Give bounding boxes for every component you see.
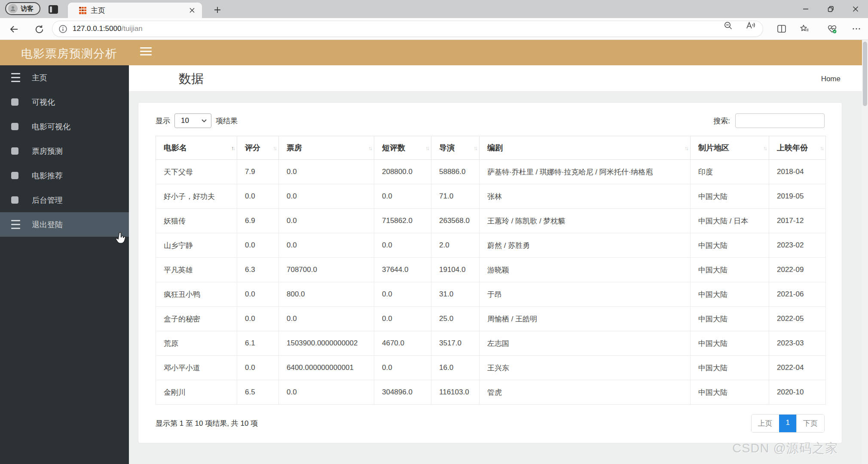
browser-tab[interactable]: 主页	[68, 3, 202, 18]
table-cell: 游晓颖	[480, 258, 691, 282]
table-cell: 2017-12	[769, 209, 826, 233]
table-row: 好小子，好功夫0.00.00.071.0张林中国大陆2019-05	[156, 184, 826, 209]
sidebar-menu: 主页可视化电影可视化票房预测电影推荐后台管理退出登陆	[0, 65, 129, 237]
prev-page-button[interactable]: 上页	[752, 415, 779, 432]
sidebar-item-6[interactable]: 后台管理	[0, 188, 129, 212]
table-cell: 王蕙玲 / 陈凯歌 / 梦枕貘	[480, 209, 691, 233]
table-cell: 19104.0	[431, 258, 480, 282]
browser-essentials-icon[interactable]	[826, 23, 837, 34]
table-cell: 2023-02	[769, 233, 826, 258]
sidebar-item-label: 可视化	[32, 97, 55, 107]
table-cell: 0.0	[279, 184, 374, 209]
url-text[interactable]: 127.0.0.1:5000/tuijian	[73, 24, 143, 33]
sidebar-item-1[interactable]: 主页	[0, 65, 129, 90]
column-header[interactable]: 票房↑↓	[279, 136, 374, 160]
page-1-button[interactable]: 1	[779, 415, 796, 432]
table-cell: 盒子的秘密	[156, 307, 237, 331]
page-size-value: 10	[181, 116, 189, 125]
brand-title: 电影票房预测分析	[21, 46, 117, 61]
hand-cursor	[115, 232, 126, 245]
sidebar-item-4[interactable]: 票房预测	[0, 139, 129, 163]
address-bar[interactable]: 127.0.0.1:5000/tuijian	[52, 21, 763, 37]
sidebar-item-3[interactable]: 电影可视化	[0, 114, 129, 139]
zoom-out-icon[interactable]	[723, 21, 734, 31]
table-cell: 2018-04	[769, 160, 826, 184]
table-cell: 37644.0	[374, 258, 431, 282]
workspaces-icon[interactable]	[48, 4, 59, 15]
sort-icon: ↑↓	[685, 145, 688, 151]
table-row: 天下父母7.90.0208800.058886.0萨基特·乔杜里 / 琪娜特·拉…	[156, 160, 826, 184]
page-title: 数据	[179, 70, 204, 88]
table-cell: 16.0	[431, 356, 480, 380]
results-label: 项结果	[216, 116, 238, 126]
table-row: 荒原6.11503900.00000000024670.03517.0左志国中国…	[156, 331, 826, 356]
table-cell: 0.0	[374, 233, 431, 258]
sidebar-item-5[interactable]: 电影推荐	[0, 163, 129, 188]
square-icon	[11, 172, 24, 179]
sidebar-item-2[interactable]: 可视化	[0, 90, 129, 114]
square-icon	[11, 196, 24, 204]
table-cell: 304896.0	[374, 380, 431, 405]
table-cell: 2022-04	[769, 356, 826, 380]
column-header[interactable]: 短评数↑↓	[374, 136, 431, 160]
page-viewport: 电影票房预测分析 主页可视化电影可视化票房预测电影推荐后台管理退出登陆 数据 H…	[0, 40, 862, 464]
tab-close-icon[interactable]	[187, 6, 197, 15]
more-menu-icon[interactable]	[851, 23, 862, 34]
sidebar-toggle-icon[interactable]	[140, 45, 152, 58]
column-header[interactable]: 上映年份↑↓	[769, 136, 826, 160]
table-cell: 左志国	[480, 331, 691, 356]
favorites-icon[interactable]	[799, 23, 810, 34]
table-cell: 7.9	[237, 160, 279, 184]
table-cell: 平凡英雄	[156, 258, 237, 282]
close-icon[interactable]	[843, 0, 868, 18]
site-info-icon[interactable]	[58, 24, 67, 34]
table-cell: 715862.0	[374, 209, 431, 233]
sidebar-item-label: 后台管理	[32, 195, 63, 205]
browser-window: 访客 主页	[0, 0, 868, 464]
data-card: 显示 10 项结果 搜索: 电影名↑↓评分↑↓票房↑↓短评数↑↓导演↑↓编剧↑↓…	[138, 102, 842, 443]
table-cell: 0.0	[237, 282, 279, 307]
minimize-icon[interactable]	[793, 0, 818, 18]
table-cell: 印度	[691, 160, 769, 184]
search-input[interactable]	[735, 113, 825, 128]
read-aloud-icon[interactable]	[746, 21, 756, 31]
column-header[interactable]: 电影名↑↓	[156, 136, 237, 160]
table-cell: 6.9	[237, 209, 279, 233]
next-page-button[interactable]: 下页	[796, 415, 824, 432]
table-cell: 2022-09	[769, 258, 826, 282]
avatar-icon	[8, 4, 18, 13]
refresh-icon[interactable]	[33, 23, 45, 35]
menu-icon	[11, 72, 24, 83]
table-cell: 中国大陆	[691, 331, 769, 356]
table-cell: 中国大陆	[691, 258, 769, 282]
split-screen-icon[interactable]	[776, 23, 787, 34]
column-header[interactable]: 评分↑↓	[237, 136, 279, 160]
page-scrollbar[interactable]	[862, 40, 868, 464]
table-cell: 116103.0	[431, 380, 480, 405]
movies-table: 电影名↑↓评分↑↓票房↑↓短评数↑↓导演↑↓编剧↑↓制片地区↑↓上映年份↑↓ 天…	[156, 136, 826, 405]
column-header[interactable]: 编剧↑↓	[480, 136, 691, 160]
square-icon	[11, 147, 24, 155]
table-cell: 荒原	[156, 331, 237, 356]
table-cell: 2022-05	[769, 307, 826, 331]
page-size-select[interactable]: 10	[174, 113, 211, 128]
new-tab-button[interactable]	[211, 4, 223, 15]
table-cell: 800.0	[279, 282, 374, 307]
table-cell: 6.3	[237, 258, 279, 282]
column-header[interactable]: 导演↑↓	[431, 136, 480, 160]
table-cell: 王兴东	[480, 356, 691, 380]
tab-favicon-icon	[79, 7, 86, 14]
table-cell: 25.0	[431, 307, 480, 331]
table-cell: 0.0	[374, 356, 431, 380]
column-header[interactable]: 制片地区↑↓	[691, 136, 769, 160]
table-cell: 1503900.0000000002	[279, 331, 374, 356]
back-icon[interactable]	[8, 23, 20, 35]
table-row: 平凡英雄6.3708700.037644.019104.0游晓颖中国大陆2022…	[156, 258, 826, 282]
browser-toolbar: 127.0.0.1:5000/tuijian	[0, 18, 868, 40]
table-header-row: 电影名↑↓评分↑↓票房↑↓短评数↑↓导演↑↓编剧↑↓制片地区↑↓上映年份↑↓	[156, 136, 826, 160]
restore-icon[interactable]	[818, 0, 843, 18]
scrollbar-thumb[interactable]	[863, 42, 867, 106]
profile-button[interactable]: 访客	[5, 2, 40, 15]
home-link[interactable]: Home	[821, 75, 840, 83]
sidebar-item-7[interactable]: 退出登陆	[0, 212, 129, 237]
